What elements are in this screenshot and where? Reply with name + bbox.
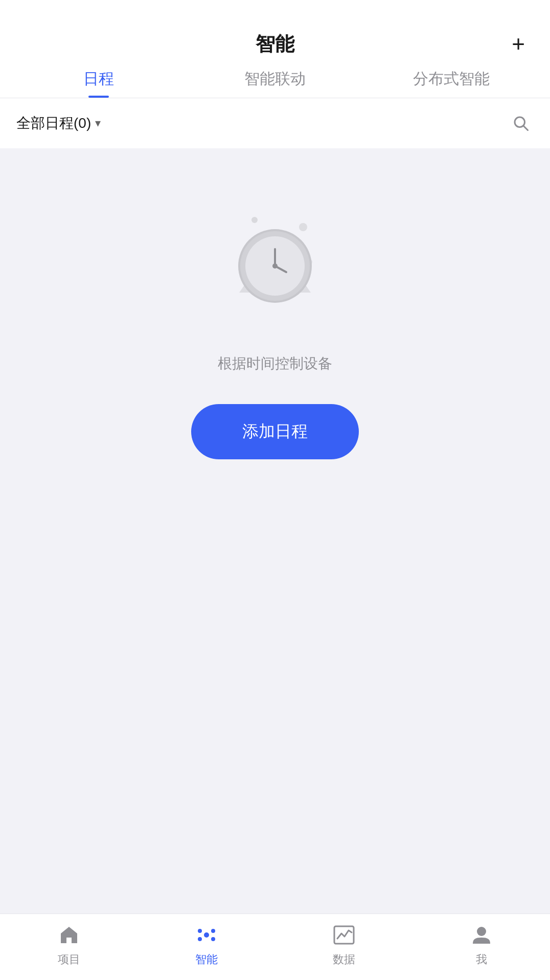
empty-description: 根据时间控制设备 <box>218 354 332 373</box>
filter-label-text: 全部日程(0) <box>16 114 91 133</box>
tab-schedule[interactable]: 日程 <box>10 59 187 98</box>
header: 智能 + <box>0 23 550 59</box>
content-area: 全部日程(0) ▾ <box>0 98 550 902</box>
clock-illustration <box>209 190 341 323</box>
svg-point-14 <box>211 929 215 933</box>
data-icon <box>331 922 357 948</box>
page-title: 智能 <box>47 31 503 57</box>
add-button[interactable]: + <box>503 29 534 59</box>
home-icon <box>56 922 82 948</box>
svg-point-15 <box>198 937 202 941</box>
svg-line-1 <box>523 126 528 130</box>
svg-point-2 <box>251 217 258 223</box>
svg-point-12 <box>204 932 209 938</box>
profile-icon <box>469 922 494 948</box>
status-bar <box>0 0 550 23</box>
svg-point-13 <box>198 929 202 933</box>
tab-distributed-smart[interactable]: 分布式智能 <box>363 59 540 98</box>
nav-label-data: 数据 <box>333 952 355 967</box>
nav-item-project[interactable]: 项目 <box>0 922 138 967</box>
add-schedule-button[interactable]: 添加日程 <box>191 404 359 459</box>
filter-bar: 全部日程(0) ▾ <box>0 98 550 148</box>
nav-label-profile: 我 <box>476 952 487 967</box>
search-button[interactable] <box>508 110 534 136</box>
tab-smart-link[interactable]: 智能联动 <box>187 59 363 98</box>
svg-point-16 <box>211 937 215 941</box>
svg-point-4 <box>299 223 307 231</box>
nav-label-smart: 智能 <box>195 952 218 967</box>
smart-icon <box>194 922 219 948</box>
nav-item-smart[interactable]: 智能 <box>138 922 275 967</box>
nav-label-project: 项目 <box>58 952 80 967</box>
svg-point-18 <box>477 927 486 936</box>
empty-state: 根据时间控制设备 添加日程 <box>0 149 550 490</box>
bottom-nav: 项目 智能 数据 我 <box>0 914 550 980</box>
search-icon <box>512 114 530 132</box>
nav-item-profile[interactable]: 我 <box>413 922 550 967</box>
svg-point-11 <box>272 263 278 269</box>
nav-item-data[interactable]: 数据 <box>275 922 413 967</box>
tabs-container: 日程 智能联动 分布式智能 <box>0 59 550 98</box>
filter-dropdown[interactable]: 全部日程(0) ▾ <box>16 114 101 133</box>
chevron-down-icon: ▾ <box>95 117 101 130</box>
